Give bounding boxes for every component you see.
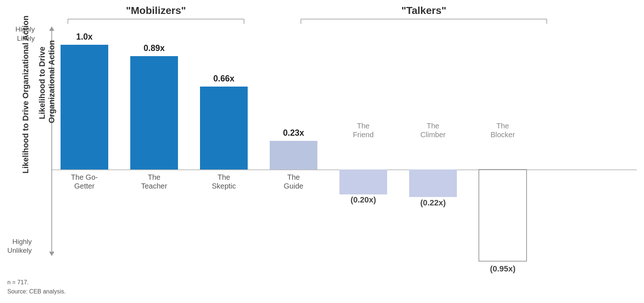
y-label-bottom: HighlyUnlikely — [7, 237, 32, 255]
talkers-bracket: "Talkers" — [301, 5, 547, 24]
footer-line2: Source: CEB analysis. — [7, 287, 66, 296]
svg-text:Getter: Getter — [74, 182, 95, 190]
svg-text:"Mobilizers": "Mobilizers" — [126, 5, 186, 16]
svg-text:0.89x: 0.89x — [143, 43, 165, 53]
svg-text:(0.95x): (0.95x) — [490, 264, 516, 273]
bar-guide — [270, 141, 317, 169]
svg-text:The: The — [218, 173, 230, 181]
svg-text:(0.22x): (0.22x) — [420, 198, 446, 207]
svg-text:Skeptic: Skeptic — [212, 182, 236, 190]
y-label-top: HighlyLikely — [15, 25, 35, 43]
svg-text:The: The — [427, 122, 439, 130]
bar-friend — [339, 169, 387, 194]
footer-line1: n = 717. — [7, 278, 66, 287]
baseline — [52, 169, 637, 170]
y-axis-arrow-top — [49, 26, 54, 31]
svg-text:Climber: Climber — [421, 131, 446, 139]
svg-text:0.66x: 0.66x — [213, 74, 234, 83]
svg-text:"Talkers": "Talkers" — [401, 5, 447, 16]
svg-text:The: The — [357, 122, 370, 130]
svg-text:The: The — [287, 173, 300, 181]
y-axis-label-div: Likelihood to DriveOrganizational Action — [37, 43, 57, 123]
y-axis-arrow-bottom — [49, 252, 54, 256]
bar-skeptic — [200, 87, 248, 169]
svg-text:1.0x: 1.0x — [76, 32, 93, 41]
footer-note: n = 717. Source: CEB analysis. — [7, 278, 66, 296]
svg-text:(0.20x): (0.20x) — [350, 195, 376, 204]
chart-container: Likelihood to Drive Organizational Actio… — [0, 0, 644, 303]
svg-text:Blocker: Blocker — [491, 131, 515, 139]
bar-go-getter — [61, 45, 108, 169]
svg-text:The Go-: The Go- — [71, 173, 98, 181]
svg-text:Guide: Guide — [284, 182, 303, 190]
svg-text:The: The — [496, 122, 509, 130]
svg-text:The: The — [148, 173, 160, 181]
bar-teacher — [130, 56, 178, 169]
chart-svg: "Mobilizers" "Talkers" 1.0x The Go- Gett… — [0, 0, 644, 303]
bar-blocker — [479, 169, 527, 261]
bar-climber — [409, 169, 457, 197]
y-axis-label: Likelihood to Drive Organizational Actio… — [21, 129, 30, 174]
mobilizers-bracket: "Mobilizers" — [68, 5, 244, 24]
svg-text:0.23x: 0.23x — [283, 128, 304, 138]
svg-text:Teacher: Teacher — [141, 182, 167, 190]
svg-text:Friend: Friend — [353, 131, 374, 139]
